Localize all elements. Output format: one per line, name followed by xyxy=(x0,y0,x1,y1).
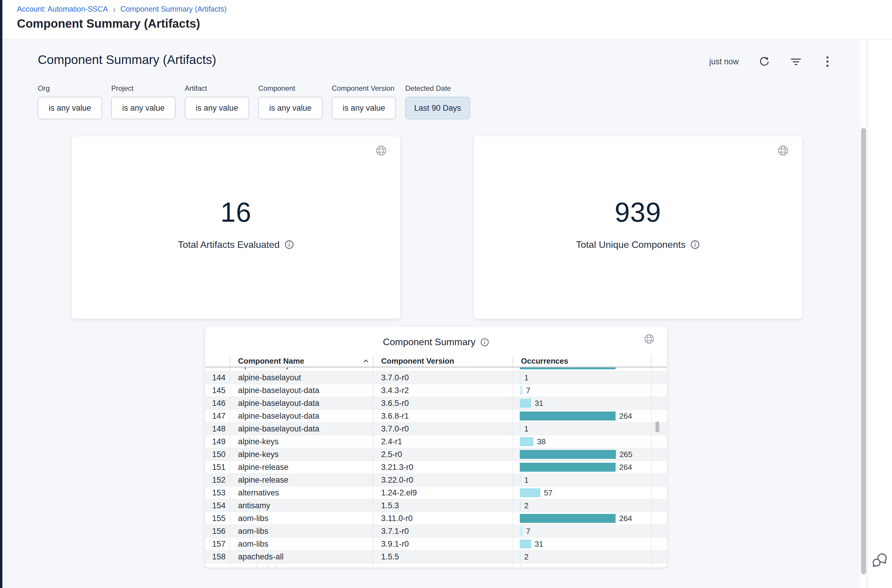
refresh-icon xyxy=(759,56,770,67)
table-row[interactable]: 149 alpine-keys 2.4-r1 38 xyxy=(205,435,667,448)
table-row[interactable]: 159 apacheds-bootstrap-extract 1.5.5 2 xyxy=(205,563,667,567)
table-row[interactable]: 151 alpine-release 3.21.3-r0 264 xyxy=(205,461,667,474)
component-version-cell: 3.21.3-r0 xyxy=(373,461,513,473)
occurrences-cell: 1 xyxy=(513,474,652,486)
occurrence-value: 264 xyxy=(619,514,632,523)
occurrence-value: 31 xyxy=(535,399,543,408)
table-row[interactable]: 145 alpine-baselayout-data 3.4.3-r2 7 xyxy=(205,384,667,397)
row-number: 143 xyxy=(205,368,230,371)
occurrence-bar xyxy=(520,386,522,395)
dashboard-controls: just now xyxy=(709,56,834,68)
occurrences-cell: 264 xyxy=(513,512,652,525)
occurrence-bar xyxy=(520,450,616,459)
component-name-cell: alpine-keys xyxy=(230,448,373,460)
filter-artifact-value-button[interactable]: is any value xyxy=(185,97,249,119)
info-icon[interactable] xyxy=(285,240,294,249)
row-number: 155 xyxy=(205,512,230,525)
component-version-cell: 2.4-r1 xyxy=(373,435,513,448)
filter-component-value-button[interactable]: is any value xyxy=(258,97,322,119)
table-row[interactable]: 143 alpine-baselayout 3.6.8-r1 264 xyxy=(205,368,667,371)
table-body[interactable]: 143 alpine-baselayout 3.6.8-r1 264 144 a… xyxy=(205,368,667,567)
filter-org: Org is any value xyxy=(38,84,102,119)
occurrences-cell: 38 xyxy=(513,435,652,448)
filter-project-value-button[interactable]: is any value xyxy=(111,97,175,119)
component-name-cell: alpine-baselayout-data xyxy=(230,384,373,397)
row-number: 154 xyxy=(205,500,230,512)
row-number: 158 xyxy=(205,550,230,563)
table-row[interactable]: 153 alternatives 1.24-2.el9 57 xyxy=(205,486,667,500)
table-row[interactable]: 152 alpine-release 3.22.0-r0 1 xyxy=(205,474,667,486)
page-scrollbar-thumb[interactable] xyxy=(861,128,866,574)
occurrence-bar xyxy=(520,411,616,420)
occurrence-bar xyxy=(520,514,616,523)
row-number: 153 xyxy=(205,486,230,499)
occurrences-cell: 31 xyxy=(513,397,652,410)
occurrence-value: 2 xyxy=(524,501,528,510)
component-name-cell: alpine-baselayout xyxy=(230,368,373,371)
row-number: 156 xyxy=(205,525,230,537)
table-row[interactable]: 148 alpine-baselayout-data 3.7.0-r0 1 xyxy=(205,423,667,435)
filter-project: Project is any value xyxy=(111,84,175,119)
kebab-menu-icon xyxy=(826,56,829,67)
table-row[interactable]: 156 aom-libs 3.7.1-r0 7 xyxy=(205,525,667,538)
more-options-button[interactable] xyxy=(822,56,834,68)
filter-org-value-button[interactable]: is any value xyxy=(38,97,102,119)
column-header-occurrences[interactable]: Occurrences xyxy=(513,356,652,367)
table-row[interactable]: 150 alpine-keys 2.5-r0 265 xyxy=(205,448,667,461)
occurrences-cell: 57 xyxy=(513,486,652,499)
occurrences-cell: 2 xyxy=(513,563,652,567)
breadcrumb-account-link[interactable]: Account: Automation-SSCA xyxy=(17,5,108,14)
table-row[interactable]: 158 apacheds-all 1.5.5 2 xyxy=(205,550,667,563)
breadcrumb-page-link[interactable]: Component Summary (Artifacts) xyxy=(120,5,227,14)
occurrence-value: 264 xyxy=(619,463,632,472)
occurrence-bar xyxy=(520,476,521,484)
table-row[interactable]: 146 alpine-baselayout-data 3.6.5-r0 31 xyxy=(205,397,667,410)
row-number: 152 xyxy=(205,474,230,486)
table-row[interactable]: 155 aom-libs 3.11.0-r0 264 xyxy=(205,512,667,525)
row-number: 150 xyxy=(205,448,230,460)
last-refreshed-text: just now xyxy=(709,57,739,66)
column-header-component-version[interactable]: Component Version xyxy=(373,356,513,367)
refresh-button[interactable] xyxy=(759,56,770,68)
globe-icon xyxy=(643,333,655,345)
info-icon[interactable] xyxy=(690,240,700,249)
component-name-cell: aom-libs xyxy=(230,512,373,525)
page-scrollbar[interactable] xyxy=(860,40,867,588)
component-name-cell: alpine-baselayout-data xyxy=(230,397,373,410)
total-components-label: Total Unique Components xyxy=(576,239,685,250)
component-version-cell: 3.4.3-r2 xyxy=(373,384,513,397)
component-version-cell: 3.6.8-r1 xyxy=(373,410,513,422)
occurrence-bar xyxy=(520,424,521,433)
column-header-component-name[interactable]: Component Name xyxy=(230,356,373,367)
total-artifacts-label: Total Artifacts Evaluated xyxy=(178,239,280,250)
table-row[interactable]: 147 alpine-baselayout-data 3.6.8-r1 264 xyxy=(205,410,667,423)
occurrence-value: 38 xyxy=(537,437,546,446)
component-version-cell: 3.6.8-r1 xyxy=(373,368,513,371)
table-row[interactable]: 157 aom-libs 3.9.1-r0 31 xyxy=(205,538,667,550)
occurrence-bar xyxy=(520,368,616,369)
occurrence-bar xyxy=(520,527,522,536)
component-version-cell: 1.24-2.el9 xyxy=(373,486,513,499)
row-number: 148 xyxy=(205,423,230,435)
top-bar: Account: Automation-SSCA › Component Sum… xyxy=(2,0,892,40)
stat-content: 16 Total Artifacts Evaluated xyxy=(72,132,400,315)
occurrence-bar xyxy=(520,463,616,472)
component-summary-card: Component Summary Component Name Compone… xyxy=(205,327,667,567)
filter-bar: Org is any value Project is any value Ar… xyxy=(38,84,470,119)
filter-button[interactable] xyxy=(790,56,802,68)
occurrence-value: 264 xyxy=(619,411,632,421)
filter-component-label: Component xyxy=(258,84,322,93)
filter-component-version-value-button[interactable]: is any value xyxy=(332,97,396,119)
table-row[interactable]: 154 antisamy 1.5.3 2 xyxy=(205,500,667,512)
table-row[interactable]: 144 alpine-baselayout 3.7.0-r0 1 xyxy=(205,371,667,384)
component-name-cell: alternatives xyxy=(230,486,373,499)
component-name-cell: apacheds-bootstrap-extract xyxy=(230,563,373,567)
info-icon[interactable] xyxy=(480,338,489,346)
help-chat-button[interactable] xyxy=(871,552,888,569)
filter-detected-date-value-button[interactable]: Last 90 Days xyxy=(405,97,470,119)
occurrence-bar xyxy=(520,399,531,408)
column-header-label: Component Name xyxy=(238,357,304,366)
table-scrollbar-thumb[interactable] xyxy=(655,422,659,432)
filter-detected-date-label: Detected Date xyxy=(405,84,470,93)
component-name-cell: alpine-release xyxy=(230,461,373,473)
